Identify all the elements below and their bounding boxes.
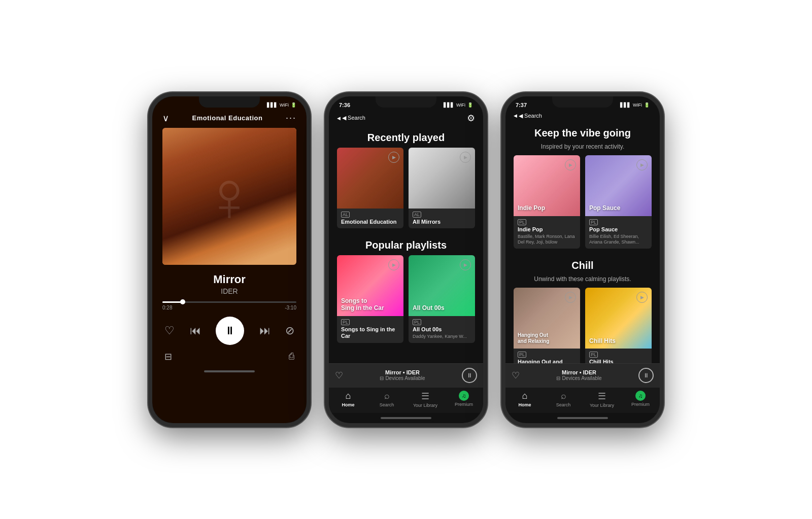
playlist-card-2-name: All Out 00s [413, 326, 471, 333]
chill-card-1[interactable]: ▶ Hanging Outand Relaxing PL Hanging Out… [514, 288, 580, 363]
playlist-card-2-overlay: All Out 00s [413, 304, 445, 312]
chill-card-2[interactable]: ▶ Chill Hits PL Chill Hits Bill... [585, 288, 652, 363]
wifi-icon-2: WiFi [456, 102, 465, 108]
library-tab-label: Your Library [413, 403, 437, 408]
mini-track-name-3: Mirror • IDER [520, 369, 638, 375]
mini-like-button[interactable]: ♡ [335, 370, 343, 381]
tab-home[interactable]: ⌂ Home [335, 391, 361, 408]
track-title: Mirror [162, 273, 296, 286]
more-options-icon[interactable]: ··· [286, 113, 296, 123]
play-icon-overlay-7: ▶ [565, 292, 576, 303]
playlist-card-1-name: Songs to Sing in the Car [341, 326, 399, 339]
play-icon-overlay-6: ▶ [636, 159, 648, 170]
vibe-card-2[interactable]: ▶ Pop Sauce PL Pop Sauce Billie Eilish, … [585, 155, 652, 249]
search-tab-label-3: Search [556, 402, 571, 407]
mini-pause-button[interactable]: ⏸ [462, 368, 477, 383]
mini-track-info: Mirror • IDER ⊟ Devices Available [343, 369, 462, 381]
premium-tab-label-3: Premium [631, 402, 650, 407]
like-button[interactable]: ♡ [164, 324, 175, 337]
tab-library[interactable]: ☰ Your Library [413, 391, 438, 408]
recently-card-1[interactable]: ▶ AL Emotional Education [337, 148, 403, 228]
vibe-card-1-img: ▶ Indie Pop [514, 155, 580, 216]
tab-search[interactable]: ⌕ Search [374, 391, 399, 408]
mini-player-2[interactable]: ♡ Mirror • IDER ⊟ Devices Available ⏸ [329, 363, 483, 387]
recently-card-2-img: ▶ [409, 148, 475, 209]
home-bar-1 [152, 366, 307, 376]
tab-bar-3: ⌂ Home ⌕ Search ☰ Your Library ♫ Premium [505, 387, 660, 413]
chill-card-1-img: ▶ Hanging Outand Relaxing [514, 288, 580, 349]
settings-icon[interactable]: ⚙ [467, 113, 475, 124]
now-playing-screen: ▋▋▋ WiFi 🔋 ∨ Emotional Education ··· Mir… [152, 96, 307, 423]
library-tab-icon-3: ☰ [598, 391, 606, 402]
screen-content-3: Keep the vibe going Inspired by your rec… [505, 122, 660, 363]
mini-track-info-3: Mirror • IDER ⊟ Devices Available [520, 369, 638, 381]
play-icon-overlay-4: ▶ [460, 259, 471, 270]
mini-devices-label-3: Devices Available [562, 375, 601, 381]
album-art [162, 128, 296, 265]
vibe-card-1-desc: Bastille, Mark Ronson, Lana Del Rey, Joj… [518, 234, 576, 246]
tab-search-3[interactable]: ⌕ Search [551, 391, 576, 408]
mini-pause-button-3[interactable]: ⏸ [638, 368, 654, 383]
now-playing-title: Emotional Education [192, 114, 263, 122]
album-type-icon-2: AL [413, 212, 421, 218]
devices-mini-icon-3: ⊟ [556, 375, 560, 381]
remaining-time: -3:10 [285, 305, 296, 310]
vibe-card-1-overlay: Indie Pop [518, 204, 545, 212]
block-icon[interactable]: ⊘ [285, 324, 294, 337]
popular-playlists-row: ▶ Songs toSing in the Car PL Songs to Si… [329, 255, 483, 349]
progress-dot [180, 299, 185, 304]
home-tab-label: Home [342, 402, 354, 407]
playlist-card-2[interactable]: ▶ All Out 00s PL All Out 00s Daddy Yanke… [409, 255, 475, 343]
mini-player-3[interactable]: ♡ Mirror • IDER ⊟ Devices Available ⏸ [505, 363, 660, 387]
home-screen-3: 7:37 ▋▋▋ WiFi 🔋 ◀ Search Keep the vibe g… [505, 96, 660, 423]
recently-card-1-info: AL Emotional Education [337, 209, 403, 228]
chill-title: Chill [505, 255, 660, 275]
recently-card-2-name: All Mirrors [413, 219, 471, 225]
playlist-card-2-desc: Daddy Yankee, Kanye W... [413, 334, 471, 340]
tab-premium[interactable]: ♫ Premium [451, 391, 477, 408]
tab-library-3[interactable]: ☰ Your Library [589, 391, 615, 408]
card-type-row-5: PL [518, 219, 576, 225]
back-search-button[interactable]: ◀ Search [337, 115, 365, 121]
search-tab-icon: ⌕ [384, 391, 390, 401]
status-bar-2: 7:36 ▋▋▋ WiFi 🔋 [329, 96, 483, 111]
tab-home-3[interactable]: ⌂ Home [512, 391, 537, 408]
vibe-card-2-img: ▶ Pop Sauce [585, 155, 652, 216]
chevron-down-icon[interactable]: ∨ [162, 113, 169, 124]
back-search-button-3[interactable]: ◀ Search [514, 113, 542, 119]
mini-like-button-3[interactable]: ♡ [512, 370, 520, 381]
playlist-card-1[interactable]: ▶ Songs toSing in the Car PL Songs to Si… [337, 255, 403, 343]
mini-track-sub-3: ⊟ Devices Available [520, 375, 638, 381]
popular-playlists-title: Popular playlists [329, 234, 483, 255]
recently-played-row: ▶ AL Emotional Education ▶ [329, 148, 483, 234]
card-type-row-7: PL [518, 352, 576, 358]
recently-played-title: Recently played [329, 127, 483, 148]
pause-button[interactable]: ⏸ [216, 317, 244, 345]
home-bar-3 [505, 413, 660, 423]
wifi-icon: WiFi [280, 102, 289, 108]
chill-card-2-info: PL Chill Hits Bill... [585, 349, 652, 363]
card-type-row-2: AL [413, 212, 471, 218]
next-button[interactable]: ⏭ [259, 324, 270, 337]
search-tab-icon-3: ⌕ [561, 391, 566, 401]
progress-bar[interactable] [162, 301, 296, 303]
prev-button[interactable]: ⏮ [190, 324, 201, 337]
status-bar-1: ▋▋▋ WiFi 🔋 [152, 96, 307, 111]
vibe-card-1[interactable]: ▶ Indie Pop PL Indie Pop Bastille, Mark … [514, 155, 580, 249]
tab-premium-3[interactable]: ♫ Premium [628, 391, 653, 408]
phones-container: ▋▋▋ WiFi 🔋 ∨ Emotional Education ··· Mir… [138, 82, 674, 437]
recently-card-2[interactable]: ▶ AL All Mirrors [409, 148, 475, 228]
progress-section[interactable]: 0:28 -3:10 [152, 297, 307, 315]
recently-card-1-name: Emotional Education [341, 219, 399, 225]
share-icon[interactable]: ⎙ [289, 351, 294, 362]
phone-1: ▋▋▋ WiFi 🔋 ∨ Emotional Education ··· Mir… [148, 92, 311, 427]
devices-icon[interactable]: ⊟ [164, 351, 172, 362]
mini-devices-label: Devices Available [385, 375, 425, 381]
play-icon-overlay-8: ▶ [636, 292, 648, 303]
signal-icon-3: ▋▋▋ [620, 102, 631, 108]
playlist-card-1-overlay: Songs toSing in the Car [341, 297, 384, 312]
play-icon-overlay-5: ▶ [565, 159, 576, 170]
battery-icon: 🔋 [291, 102, 296, 108]
current-time: 0:28 [162, 305, 172, 310]
vibe-type-icon-2: PL [589, 219, 598, 225]
